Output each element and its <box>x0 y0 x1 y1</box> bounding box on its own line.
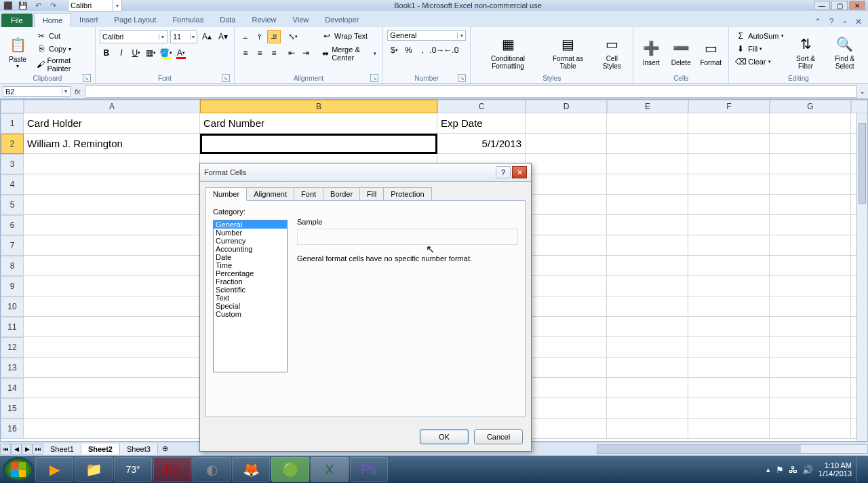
cell-G13[interactable] <box>770 358 851 378</box>
cell-A16[interactable] <box>24 419 200 439</box>
cell-F7[interactable] <box>688 235 770 256</box>
category-item-text[interactable]: Text <box>214 294 287 302</box>
sheet-nav-prev[interactable]: ◀ <box>11 444 22 455</box>
insert-cells-button[interactable]: ➕Insert <box>637 30 665 73</box>
underline-button[interactable]: U▾ <box>130 46 143 60</box>
tray-expand-icon[interactable]: ▴ <box>766 465 770 474</box>
tab-view[interactable]: View <box>285 13 317 27</box>
cell-G3[interactable] <box>770 154 851 174</box>
align-middle-icon[interactable]: ⫯ <box>253 30 267 43</box>
cell-A14[interactable] <box>24 378 200 398</box>
sheet-tab-sheet3[interactable]: Sheet3 <box>120 444 158 455</box>
cell-E15[interactable] <box>607 398 688 419</box>
col-header-H[interactable]: H <box>851 100 868 113</box>
col-header-F[interactable]: F <box>688 100 770 113</box>
number-launcher[interactable]: ↘ <box>458 74 466 82</box>
ok-button[interactable]: OK <box>420 429 469 444</box>
cell-F5[interactable] <box>688 195 770 215</box>
name-box[interactable]: ▾ <box>3 86 71 97</box>
tab-home[interactable]: Home <box>34 13 71 27</box>
tray-icons[interactable]: ⚑ 🖧 🔊 <box>774 465 814 475</box>
align-center-icon[interactable]: ≡ <box>253 46 267 60</box>
cell-A11[interactable] <box>24 317 200 337</box>
border-button[interactable]: ▦▾ <box>144 46 158 60</box>
close-button[interactable]: ✕ <box>849 1 865 10</box>
cell-D16[interactable] <box>526 419 607 439</box>
cell-E9[interactable] <box>607 276 688 296</box>
category-item-custom[interactable]: Custom <box>214 310 287 318</box>
cell-A13[interactable] <box>24 358 200 378</box>
find-select-button[interactable]: 🔍Find & Select <box>826 30 864 73</box>
cell-E11[interactable] <box>607 317 688 337</box>
expand-formula-bar[interactable]: ⌄ <box>857 88 868 95</box>
new-sheet-button[interactable]: ⊕ <box>158 444 172 453</box>
cell-E1[interactable] <box>607 113 688 134</box>
format-cells-button[interactable]: ▭Format <box>697 30 724 73</box>
cell-A6[interactable] <box>24 215 200 235</box>
tab-data[interactable]: Data <box>212 13 243 27</box>
col-header-A[interactable]: A <box>24 100 200 113</box>
tab-review[interactable]: Review <box>243 13 284 27</box>
orientation-icon[interactable]: ⤡▾ <box>286 30 300 43</box>
category-listbox[interactable]: GeneralNumberCurrencyAccountingDateTimeP… <box>213 220 288 372</box>
clipboard-launcher[interactable]: ↘ <box>83 74 91 82</box>
cell-F4[interactable] <box>688 174 770 195</box>
cell-F2[interactable] <box>688 134 770 154</box>
cell-F8[interactable] <box>688 256 770 276</box>
col-header-D[interactable]: D <box>526 100 607 113</box>
minimize-button[interactable]: — <box>814 1 830 10</box>
col-header-B[interactable]: B <box>200 100 437 113</box>
cell-G6[interactable] <box>770 215 851 235</box>
row-header-11[interactable]: 11 <box>1 317 24 337</box>
tab-formulas[interactable]: Formulas <box>164 13 212 27</box>
tab-insert[interactable]: Insert <box>71 13 106 27</box>
format-painter-button[interactable]: 🖌Format Painter <box>34 56 91 73</box>
taskbar-excel[interactable]: X <box>311 457 349 482</box>
cell-D5[interactable] <box>526 195 607 215</box>
category-item-time[interactable]: Time <box>214 261 287 269</box>
taskbar-filezilla[interactable]: Fz <box>153 457 191 482</box>
cell-A15[interactable] <box>24 398 200 419</box>
row-header-16[interactable]: 16 <box>1 419 24 439</box>
align-left-icon[interactable]: ≡ <box>239 46 252 60</box>
window-restore-icon[interactable]: ▫ <box>840 16 850 27</box>
bold-button[interactable]: B <box>100 46 113 60</box>
cell-D9[interactable] <box>526 276 607 296</box>
cell-G11[interactable] <box>770 317 851 337</box>
cell-E6[interactable] <box>607 215 688 235</box>
comma-format-icon[interactable]: , <box>416 43 429 57</box>
cell-A12[interactable] <box>24 337 200 358</box>
cell-E4[interactable] <box>607 174 688 195</box>
cancel-button[interactable]: Cancel <box>474 429 523 444</box>
cell-B1[interactable]: Card Number <box>200 113 437 134</box>
align-bottom-icon[interactable]: ⫡ <box>267 30 281 43</box>
cell-F3[interactable] <box>688 154 770 174</box>
number-format-combo[interactable]: ▾ <box>387 30 466 41</box>
row-header-13[interactable]: 13 <box>1 358 24 378</box>
font-launcher[interactable]: ↘ <box>222 74 230 82</box>
start-button[interactable] <box>3 457 34 482</box>
row-header-15[interactable]: 15 <box>1 398 24 419</box>
dialog-tab-border[interactable]: Border <box>323 187 360 201</box>
category-item-special[interactable]: Special <box>214 302 287 310</box>
cell-E7[interactable] <box>607 235 688 256</box>
cell-G8[interactable] <box>770 256 851 276</box>
cell-G16[interactable] <box>770 419 851 439</box>
taskbar-firefox[interactable]: 🦊 <box>232 457 270 482</box>
maximize-button[interactable]: ▢ <box>831 1 848 10</box>
cell-F10[interactable] <box>688 296 770 317</box>
row-header-1[interactable]: 1 <box>1 113 24 134</box>
cell-E12[interactable] <box>607 337 688 358</box>
decrease-decimal-icon[interactable]: ←.0 <box>444 43 458 57</box>
cell-G5[interactable] <box>770 195 851 215</box>
qat-font-combo[interactable]: ▾ <box>68 0 122 12</box>
paste-button[interactable]: 📋 Paste ▾ <box>4 30 31 73</box>
autosum-button[interactable]: ΣAutoSum▾ <box>733 30 785 42</box>
cell-D6[interactable] <box>526 215 607 235</box>
cell-F13[interactable] <box>688 358 770 378</box>
cell-D2[interactable] <box>526 134 607 154</box>
accounting-format-icon[interactable]: $▾ <box>387 43 401 57</box>
dialog-close-button[interactable]: ✕ <box>512 166 527 178</box>
font-name-combo[interactable]: ▾ <box>100 30 167 43</box>
clock[interactable]: 1:10 AM 1/14/2013 <box>818 461 852 478</box>
